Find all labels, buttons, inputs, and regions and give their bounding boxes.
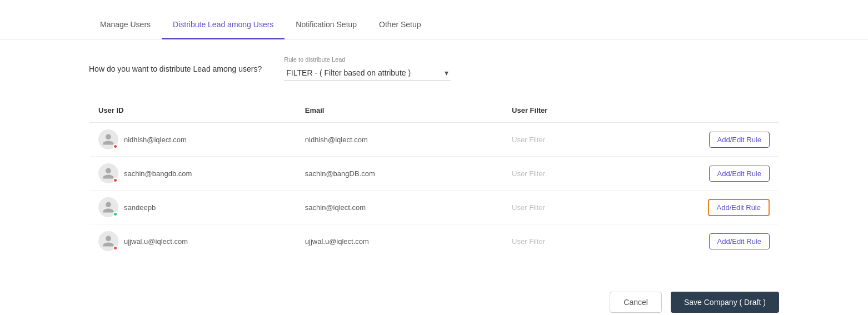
- tab-distribute-lead[interactable]: Distribute Lead among Users: [162, 11, 285, 39]
- user-id-cell: sachin@bangdb.com: [89, 157, 296, 191]
- add-edit-rule-button[interactable]: Add/Edit Rule: [709, 166, 770, 182]
- table-row: sachin@bangdb.com sachin@bangDB.comUser …: [89, 157, 779, 191]
- avatar-wrapper: [98, 163, 118, 183]
- status-dot: [113, 178, 118, 183]
- col-header-email: Email: [296, 98, 503, 123]
- add-edit-rule-button[interactable]: Add/Edit Rule: [709, 233, 770, 249]
- tab-manage-users[interactable]: Manage Users: [89, 11, 162, 39]
- username: ujjwal.u@iqlect.com: [124, 237, 188, 246]
- user-id-cell: sandeepb: [89, 191, 296, 224]
- table-body: nidhish@iqlect.com nidhish@iqlect.comUse…: [89, 123, 779, 258]
- add-edit-rule-button[interactable]: Add/Edit Rule: [708, 199, 770, 216]
- col-header-filter: User Filter: [503, 98, 675, 123]
- email-cell: sachin@iqlect.com: [296, 191, 503, 224]
- username: nidhish@iqlect.com: [124, 136, 187, 144]
- email-cell: ujjwal.u@iqlect.com: [296, 224, 503, 258]
- save-draft-button[interactable]: Save Company ( Draft ): [671, 292, 779, 313]
- tab-other-setup[interactable]: Other Setup: [368, 11, 432, 39]
- avatar-wrapper: [98, 129, 118, 149]
- user-filter-placeholder: User Filter: [512, 237, 545, 246]
- user-cell: sachin@bangdb.com: [98, 163, 287, 183]
- username: sachin@bangdb.com: [124, 169, 192, 178]
- email-cell: nidhish@iqlect.com: [296, 123, 503, 157]
- user-id-cell: ujjwal.u@iqlect.com: [89, 224, 296, 258]
- rule-selector-row: How do you want to distribute Lead among…: [89, 56, 779, 81]
- user-id-cell: nidhish@iqlect.com: [89, 123, 296, 157]
- col-header-userid: User ID: [89, 98, 296, 123]
- add-edit-rule-button[interactable]: Add/Edit Rule: [709, 132, 770, 148]
- cancel-button[interactable]: Cancel: [610, 292, 662, 313]
- avatar-wrapper: [98, 231, 118, 251]
- user-filter-cell: User Filter: [503, 191, 675, 224]
- user-cell: sandeepb: [98, 197, 287, 217]
- content-area: How do you want to distribute Lead among…: [0, 39, 868, 315]
- rule-dropdown-label: Rule to distribute Lead: [284, 56, 451, 63]
- col-header-action: [675, 98, 779, 123]
- chevron-down-icon: ▾: [445, 68, 448, 77]
- user-filter-cell: User Filter: [503, 123, 675, 157]
- user-filter-placeholder: User Filter: [512, 169, 545, 178]
- status-dot: [113, 246, 118, 251]
- status-dot: [113, 144, 118, 149]
- table-row: nidhish@iqlect.com nidhish@iqlect.comUse…: [89, 123, 779, 157]
- tabs-bar: Manage UsersDistribute Lead among UsersN…: [0, 11, 868, 39]
- action-cell: Add/Edit Rule: [675, 224, 779, 258]
- table-row: sandeepb sachin@iqlect.comUser FilterAdd…: [89, 191, 779, 224]
- action-cell: Add/Edit Rule: [675, 157, 779, 191]
- rule-dropdown-value: FILTER - ( Filter based on attribute ): [286, 68, 411, 77]
- users-table: User ID Email User Filter nidhis: [89, 98, 779, 258]
- username: sandeepb: [124, 203, 156, 212]
- table-row: ujjwal.u@iqlect.com ujjwal.u@iqlect.comU…: [89, 224, 779, 258]
- user-cell: nidhish@iqlect.com: [98, 129, 287, 149]
- user-cell: ujjwal.u@iqlect.com: [98, 231, 287, 251]
- rule-question: How do you want to distribute Lead among…: [89, 64, 262, 73]
- user-filter-placeholder: User Filter: [512, 136, 545, 144]
- email-cell: sachin@bangDB.com: [296, 157, 503, 191]
- bottom-actions: Cancel Save Company ( Draft ): [89, 292, 779, 313]
- status-dot: [113, 212, 118, 217]
- user-filter-placeholder: User Filter: [512, 203, 545, 212]
- action-cell: Add/Edit Rule: [675, 191, 779, 224]
- page-container: Manage UsersDistribute Lead among UsersN…: [0, 0, 868, 315]
- user-filter-cell: User Filter: [503, 157, 675, 191]
- avatar-wrapper: [98, 197, 118, 217]
- tab-notification-setup[interactable]: Notification Setup: [285, 11, 368, 39]
- table-header: User ID Email User Filter: [89, 98, 779, 123]
- rule-dropdown-wrapper: Rule to distribute Lead FILTER - ( Filte…: [284, 56, 451, 81]
- user-filter-cell: User Filter: [503, 224, 675, 258]
- rule-dropdown[interactable]: FILTER - ( Filter based on attribute ) ▾: [284, 65, 451, 81]
- action-cell: Add/Edit Rule: [675, 123, 779, 157]
